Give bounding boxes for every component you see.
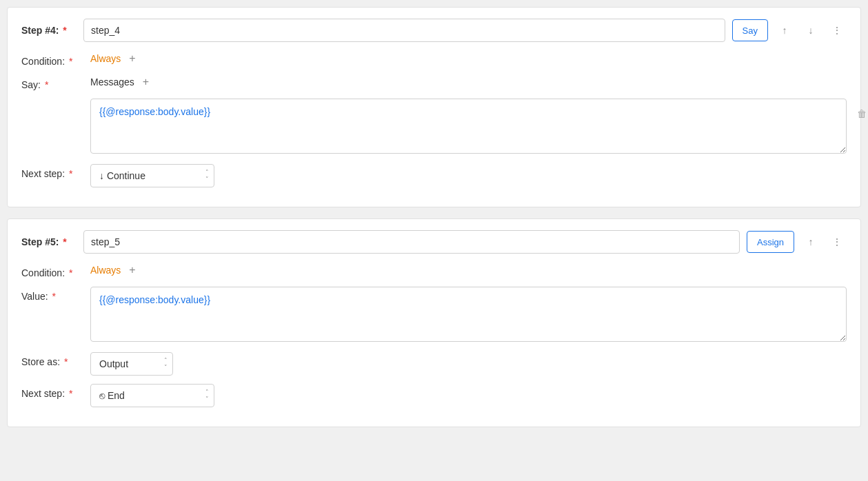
step4-nextstep-content: ↓ Continue End ˄ ˅ bbox=[90, 164, 847, 187]
step5-more-button[interactable]: ⋮ bbox=[827, 232, 847, 252]
step5-storeas-select[interactable]: Output Variable bbox=[90, 352, 173, 376]
step4-condition-label: Condition: * bbox=[21, 52, 83, 67]
step5-name-input[interactable] bbox=[83, 230, 740, 254]
step4-message-textarea[interactable]: {{@response:body.value}} bbox=[90, 99, 847, 154]
step4-required: * bbox=[63, 25, 66, 36]
step5-condition-value: Always bbox=[90, 265, 121, 276]
step5-storeas-label: Store as: * bbox=[21, 352, 83, 367]
step4-label-text: Step #4: bbox=[21, 25, 59, 36]
step5-header: Step #5: * Assign ↑ ⋮ bbox=[21, 230, 847, 254]
step5-more-icon: ⋮ bbox=[832, 236, 842, 247]
step5-value-content: {{@response:body.value}} bbox=[90, 287, 847, 344]
step4-header: Step #4: * Say ↑ ↓ ⋮ bbox=[21, 19, 847, 42]
step5-condition-add-button[interactable]: + bbox=[126, 263, 138, 277]
step4-trash-icon: 🗑 bbox=[857, 108, 867, 119]
step4-messages-add-button[interactable]: + bbox=[140, 75, 152, 89]
step4-card: Step #4: * Say ↑ ↓ ⋮ Condition: * Always… bbox=[7, 7, 861, 207]
step4-condition-value: Always bbox=[90, 53, 121, 64]
step4-message-row: {{@response:body.value}} 🗑 bbox=[21, 99, 847, 156]
step4-down-icon: ↓ bbox=[809, 25, 814, 36]
step5-storeas-row: Store as: * Output Variable ˄ ˅ bbox=[21, 352, 847, 376]
step5-label-text: Step #5: bbox=[21, 236, 59, 247]
step4-condition-add-button[interactable]: + bbox=[126, 52, 138, 65]
step4-label: Step #4: * bbox=[21, 25, 77, 36]
step4-nextstep-row: Next step: * ↓ Continue End ˄ ˅ bbox=[21, 164, 847, 187]
step4-nextstep-select[interactable]: ↓ Continue End bbox=[90, 164, 214, 187]
step5-storeas-select-wrapper: Output Variable ˄ ˅ bbox=[90, 352, 173, 376]
step5-nextstep-label: Next step: * bbox=[21, 384, 83, 399]
step5-storeas-content: Output Variable ˄ ˅ bbox=[90, 352, 847, 376]
step4-delete-button[interactable]: 🗑 bbox=[852, 104, 868, 123]
step5-condition-row: Condition: * Always + bbox=[21, 263, 847, 278]
step5-nextstep-content: ⎋ End Continue ˄ ˅ bbox=[90, 384, 847, 407]
step5-card: Step #5: * Assign ↑ ⋮ Condition: * Alway… bbox=[7, 218, 861, 427]
step4-up-button[interactable]: ↑ bbox=[775, 21, 794, 40]
step4-more-button[interactable]: ⋮ bbox=[827, 21, 847, 40]
step5-nextstep-select[interactable]: ⎋ End Continue bbox=[90, 384, 214, 407]
step4-nextstep-label: Next step: * bbox=[21, 164, 83, 179]
step4-nextstep-select-wrapper: ↓ Continue End ˄ ˅ bbox=[90, 164, 214, 187]
step4-down-button[interactable]: ↓ bbox=[801, 21, 820, 40]
step5-value-textarea[interactable]: {{@response:body.value}} bbox=[90, 287, 847, 342]
step4-say-button[interactable]: Say bbox=[732, 19, 768, 41]
step5-condition-content: Always + bbox=[90, 263, 847, 277]
step4-condition-content: Always + bbox=[90, 52, 847, 65]
step4-say-content: Messages + bbox=[90, 75, 847, 89]
step5-assign-button[interactable]: Assign bbox=[747, 231, 794, 253]
step5-required: * bbox=[63, 236, 66, 247]
step4-condition-row: Condition: * Always + bbox=[21, 52, 847, 67]
step5-label: Step #5: * bbox=[21, 236, 77, 247]
step5-condition-label: Condition: * bbox=[21, 263, 83, 278]
step5-nextstep-select-wrapper: ⎋ End Continue ˄ ˅ bbox=[90, 384, 214, 407]
step4-say-label: Say: * bbox=[21, 75, 83, 90]
step4-say-row: Say: * Messages + bbox=[21, 75, 847, 90]
step5-up-icon: ↑ bbox=[809, 236, 814, 247]
step4-name-input[interactable] bbox=[83, 19, 725, 42]
step4-up-icon: ↑ bbox=[783, 25, 787, 36]
step4-more-icon: ⋮ bbox=[832, 25, 842, 36]
step4-messages-label: Messages bbox=[90, 76, 134, 88]
step4-message-wrapper: {{@response:body.value}} 🗑 bbox=[90, 99, 847, 156]
step5-value-label: Value: * bbox=[21, 287, 83, 302]
step4-message-spacer bbox=[21, 99, 83, 104]
step5-nextstep-row: Next step: * ⎋ End Continue ˄ ˅ bbox=[21, 384, 847, 407]
step5-value-row: Value: * {{@response:body.value}} bbox=[21, 287, 847, 344]
step5-up-button[interactable]: ↑ bbox=[801, 232, 820, 252]
